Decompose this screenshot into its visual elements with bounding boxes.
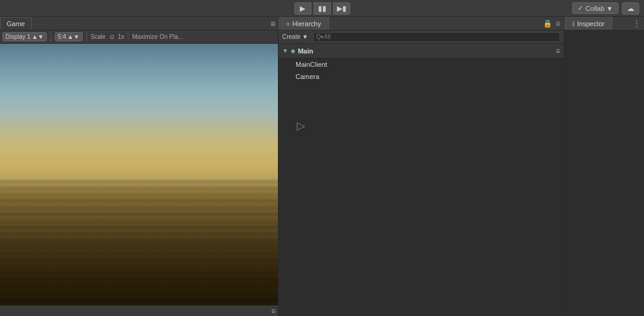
hierarchy-panel: ≡ Hierarchy 🔒 ≡ Create ▼ bbox=[279, 17, 644, 316]
game-tab[interactable]: Game bbox=[0, 17, 32, 30]
checkmark-icon: ✓ bbox=[578, 4, 583, 12]
hierarchy-toolbar: Create ▼ bbox=[279, 30, 564, 44]
scene-arrow-icon: ▼ bbox=[282, 47, 288, 54]
playback-controls: ▶ ▮▮ ▶▮ bbox=[294, 2, 350, 15]
toolbar-right: ✓ Collab ▼ ☁ bbox=[572, 0, 639, 16]
hierarchy-item-label: MainClient bbox=[296, 61, 327, 68]
display-label: Display 1 bbox=[5, 33, 30, 40]
lock-icon[interactable]: 🔒 bbox=[543, 19, 552, 28]
display-selector[interactable]: Display 1 ▲▼ bbox=[2, 32, 47, 41]
display-arrows: ▲▼ bbox=[32, 33, 44, 40]
hierarchy-header: ≡ Hierarchy 🔒 ≡ bbox=[279, 17, 564, 30]
hierarchy-icon: ≡ bbox=[286, 21, 290, 27]
game-toolbar: Display 1 ▲▼ 5:4 ▲▼ Scale ⊙ 1x Maximize … bbox=[0, 30, 278, 44]
step-button[interactable]: ▶▮ bbox=[333, 2, 350, 15]
ratio-selector[interactable]: 5:4 ▲▼ bbox=[55, 32, 83, 41]
search-input[interactable] bbox=[313, 32, 560, 42]
top-toolbar: ▶ ▮▮ ▶▮ ✓ Collab ▼ ☁ bbox=[0, 0, 644, 17]
hierarchy-item-label: Camera bbox=[296, 73, 319, 80]
cloud-icon: ☁ bbox=[627, 4, 634, 13]
create-button[interactable]: Create ▼ bbox=[282, 33, 308, 40]
hierarchy-tab[interactable]: ≡ Hierarchy bbox=[279, 17, 329, 30]
play-button[interactable]: ▶ bbox=[294, 2, 311, 15]
scene-options-icon[interactable]: ≡ bbox=[556, 47, 560, 55]
game-viewport bbox=[0, 44, 278, 305]
game-tab-bar: Game ≡ bbox=[0, 17, 278, 30]
hierarchy-column: ≡ Hierarchy 🔒 ≡ Create ▼ bbox=[279, 17, 564, 316]
hierarchy-tab-label: Hierarchy bbox=[293, 20, 321, 27]
pause-button[interactable]: ▮▮ bbox=[314, 2, 331, 15]
game-canvas bbox=[0, 44, 278, 305]
ratio-arrows: ▲▼ bbox=[68, 33, 80, 40]
game-tab-options[interactable]: ≡ bbox=[271, 19, 278, 29]
hierarchy-header-icons: 🔒 ≡ bbox=[543, 19, 564, 28]
right-panels: ≡ Hierarchy 🔒 ≡ Create ▼ bbox=[279, 17, 644, 316]
hierarchy-empty-area: ▷ bbox=[279, 83, 564, 204]
bottom-options-icon[interactable]: ≡ bbox=[271, 307, 275, 315]
hierarchy-content: ▼ ◆ Main ≡ MainClient Camera ▷ bbox=[279, 44, 564, 316]
scale-label: Scale bbox=[91, 33, 106, 40]
create-label: Create ▼ bbox=[282, 33, 308, 40]
scene-header: ▼ ◆ Main ≡ bbox=[279, 44, 564, 58]
scene-unity-icon: ◆ bbox=[291, 47, 296, 54]
scale-slider-icon: ⊙ bbox=[109, 33, 114, 40]
ratio-label: 5:4 bbox=[58, 33, 66, 40]
main-area: Game ≡ Display 1 ▲▼ 5:4 ▲▼ Scale ⊙ 1x Ma… bbox=[0, 17, 644, 316]
inspector-tab-label: Inspector bbox=[577, 20, 604, 27]
cloud-button[interactable]: ☁ bbox=[622, 2, 639, 15]
scale-value: 1x bbox=[118, 33, 125, 40]
inspector-content bbox=[564, 30, 644, 316]
hierarchy-item-mainclient[interactable]: MainClient bbox=[279, 58, 564, 70]
cursor-indicator: ▷ bbox=[297, 119, 305, 132]
inspector-column: ℹ Inspector ⋮ bbox=[564, 17, 644, 316]
inspector-options[interactable]: ⋮ bbox=[633, 19, 644, 28]
inspector-tab[interactable]: ℹ Inspector bbox=[564, 17, 612, 30]
scene-name: Main bbox=[298, 47, 313, 55]
game-bottom-bar: ≡ bbox=[0, 305, 278, 316]
game-tab-label: Game bbox=[7, 20, 25, 27]
hierarchy-options-icon[interactable]: ≡ bbox=[556, 19, 560, 28]
maximize-label[interactable]: Maximize On Pla... bbox=[132, 33, 183, 40]
inspector-header: ℹ Inspector ⋮ bbox=[564, 17, 644, 30]
collab-label: Collab ▼ bbox=[586, 5, 613, 12]
separator-3 bbox=[128, 32, 128, 42]
inspector-icon: ℹ bbox=[572, 21, 575, 27]
hierarchy-item-camera[interactable]: Camera bbox=[279, 70, 564, 83]
game-panel: Game ≡ Display 1 ▲▼ 5:4 ▲▼ Scale ⊙ 1x Ma… bbox=[0, 17, 279, 316]
collab-button[interactable]: ✓ Collab ▼ bbox=[572, 2, 618, 14]
separator-2 bbox=[86, 32, 87, 42]
separator-1 bbox=[50, 32, 51, 42]
